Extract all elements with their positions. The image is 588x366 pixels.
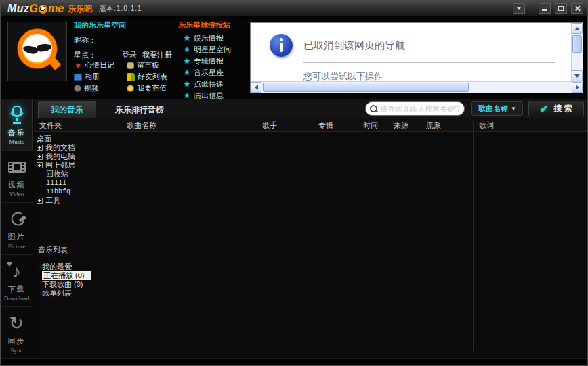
browser-error-page: 已取消到该网页的导航 您可以尝试以下操作: [251, 23, 571, 81]
table-header-row: 文件夹 歌曲名称 歌手 专辑 时间 来源 流派 歌词: [34, 118, 587, 132]
station-item-celebrity[interactable]: ★明星星空间: [178, 44, 249, 55]
video-reel-icon: [74, 85, 81, 92]
col-genre[interactable]: 流派: [426, 120, 441, 131]
tab-ranking[interactable]: 乐乐排行音榜: [103, 101, 176, 118]
tree-item-11111[interactable]: 11111: [37, 179, 121, 187]
divider: [123, 118, 123, 351]
picture-icon: [7, 208, 26, 231]
arrow-down-icon: [7, 262, 12, 267]
points-label: 星点：: [74, 50, 96, 60]
info-station-panel: 乐乐星球情报站 ★娱乐情报 ★明星星空间 ★专辑情报 ★音乐星座 ★点歌快递 ★…: [178, 20, 249, 101]
sidebar-item-video[interactable]: 视频 Video: [1, 151, 33, 203]
scroll-up-button[interactable]: [572, 23, 583, 34]
folder-column-header: 文件夹: [39, 120, 62, 131]
arrow-up-icon: [574, 27, 580, 30]
mood-diary-link[interactable]: ♥心情日记: [74, 60, 127, 71]
scroll-left-button[interactable]: [251, 82, 261, 93]
star-icon: ★: [184, 34, 190, 43]
chevron-down-icon: [517, 7, 521, 10]
star-icon: ★: [184, 45, 190, 54]
col-duration[interactable]: 时间: [363, 120, 378, 131]
recharge-link[interactable]: 我要充值: [127, 83, 182, 94]
video-link[interactable]: 视频: [74, 83, 127, 94]
quick-links: ♥心情日记 留言板 相册 好友列表 视频 我要充值: [74, 60, 182, 94]
app-logo: [7, 22, 67, 81]
embedded-browser: 已取消到该网页的导航 您可以尝试以下操作: [250, 22, 583, 93]
search-field-dropdown[interactable]: 歌曲名称 ▼: [471, 101, 523, 116]
station-item-horoscope[interactable]: ★音乐星座: [178, 67, 249, 78]
expand-icon[interactable]: [37, 154, 43, 160]
minimize-icon: [542, 9, 547, 11]
col-lyrics[interactable]: 歌词: [479, 120, 494, 131]
sidebar-item-download[interactable]: ♪ 下载 Download: [1, 255, 33, 307]
arrow-down-icon: [574, 74, 580, 78]
filmstrip-icon: [7, 156, 27, 179]
list-item-playlists[interactable]: 歌单列表: [42, 289, 121, 298]
tree-item-tools[interactable]: 工具: [37, 196, 121, 205]
bottom-strip: [1, 358, 587, 365]
station-item-album[interactable]: ★专辑情报: [178, 55, 249, 67]
tree-item-recycle-bin[interactable]: 回收站: [37, 170, 121, 179]
expand-icon[interactable]: [37, 198, 43, 204]
navigation-canceled-message: 已取消到该网页的导航: [303, 39, 405, 52]
tab-my-music[interactable]: 我的音乐: [38, 101, 96, 118]
divider: [473, 120, 474, 351]
station-item-song-request[interactable]: ★点歌快递: [178, 78, 249, 90]
app-window: MuzGme 乐乐吧 版本:1.0.1.1 我的乐乐星空间 昵称： 星点：: [0, 0, 588, 366]
col-artist[interactable]: 歌手: [262, 120, 277, 131]
expand-icon[interactable]: [37, 145, 43, 151]
register-link[interactable]: 我要注册: [142, 50, 172, 60]
vertical-scrollbar[interactable]: [571, 23, 583, 81]
brand-face-icon: [39, 5, 47, 14]
download-note-icon: ♪: [12, 260, 21, 283]
col-source[interactable]: 来源: [394, 120, 408, 131]
app-name-cn: 乐乐吧: [68, 3, 92, 15]
brand-g: G: [30, 3, 38, 15]
recharge-icon: [127, 85, 134, 92]
photo-album-link[interactable]: 相册: [74, 71, 127, 83]
app-version: 版本:1.0.1.1: [99, 4, 142, 14]
scroll-right-button[interactable]: [572, 82, 583, 93]
sidebar-item-picture[interactable]: 图片 Picture: [1, 203, 33, 255]
top-panel: 我的乐乐星空间 昵称： 星点： 登录 我要注册 ♥心情日记 留言板 相册 好友列…: [1, 17, 587, 99]
close-icon: [574, 5, 581, 12]
search-icon: [370, 105, 377, 112]
horizontal-scrollbar[interactable]: [251, 81, 583, 93]
minimize-button[interactable]: [539, 3, 551, 14]
main-panel: 我的音乐 乐乐排行音榜 歌曲名称 ▼ ✔ 搜 索 文件夹 歌曲名称 歌手: [34, 99, 587, 359]
title-bar: MuzGme 乐乐吧 版本:1.0.1.1: [1, 1, 587, 17]
photo-album-icon: [74, 74, 82, 81]
chevron-down-icon: ▼: [511, 106, 516, 112]
scroll-down-button[interactable]: [572, 70, 583, 81]
sidebar-item-music[interactable]: 音乐 Music: [1, 99, 33, 151]
close-button[interactable]: [571, 3, 583, 14]
message-board-icon: [127, 62, 134, 69]
station-item-entertainment[interactable]: ★娱乐情报: [178, 32, 249, 44]
check-icon: ✔: [540, 103, 549, 115]
star-icon: ★: [184, 80, 190, 89]
maximize-button[interactable]: [555, 3, 567, 14]
search-input[interactable]: [380, 105, 460, 113]
horizontal-scroll-thumb[interactable]: [263, 83, 469, 92]
folder-tree: 桌面 我的文档 我的电脑 网上邻居 回收站 11111 11bbfq 工具: [37, 135, 121, 205]
vertical-scroll-thumb[interactable]: [572, 35, 582, 53]
col-song-name[interactable]: 歌曲名称: [127, 120, 156, 131]
skin-menu-button[interactable]: [513, 3, 525, 14]
expand-icon[interactable]: [37, 162, 43, 168]
message-board-link[interactable]: 留言板: [127, 60, 182, 71]
star-icon: ★: [184, 68, 190, 77]
arrow-right-icon: [576, 85, 579, 90]
error-hint-text: 您可以尝试以下操作: [303, 70, 383, 81]
music-list-header: 音乐列表: [38, 245, 119, 258]
my-space-link[interactable]: 我的乐乐星空间: [74, 20, 179, 30]
sidebar-item-sync[interactable]: ↻ 同步 Sync: [1, 307, 33, 359]
search-button[interactable]: ✔ 搜 索: [528, 101, 584, 116]
friends-list-link[interactable]: 好友列表: [127, 71, 182, 83]
app-body: 音乐 Music 视频 Video 图片 Picture ♪: [1, 99, 587, 359]
login-link[interactable]: 登录: [122, 50, 137, 60]
maximize-icon: [558, 6, 564, 11]
col-album[interactable]: 专辑: [318, 120, 333, 131]
sync-icon: ↻: [9, 312, 24, 335]
mood-diary-icon: ♥: [74, 62, 82, 70]
microphone-icon: [7, 104, 26, 127]
